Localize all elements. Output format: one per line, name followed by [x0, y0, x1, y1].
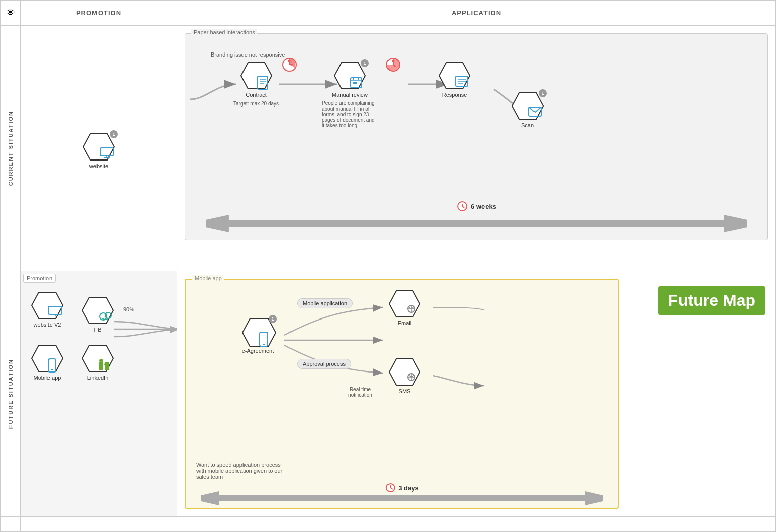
manual-review-label: Manual review — [332, 92, 368, 98]
svg-rect-1 — [100, 148, 113, 156]
manual-review-node: 1 Manual review People are complaining a… — [332, 62, 368, 98]
double-arrow-future — [201, 491, 603, 505]
website-v2-label: website V2 — [34, 322, 61, 328]
future-situation-side-label: FUTURE SITUATION — [8, 359, 14, 429]
svg-marker-35 — [724, 215, 747, 232]
svg-marker-64 — [585, 491, 603, 505]
email-label: Email — [398, 320, 412, 326]
eagreement-node: 1 e-Agreement — [241, 317, 274, 354]
double-arrow-svg — [206, 215, 747, 232]
contract-label: Contract — [246, 92, 267, 98]
svg-marker-62 — [201, 491, 219, 505]
website-node: 1 website — [82, 133, 115, 169]
contract-node: Contract Target: max 20 days — [233, 62, 279, 107]
doc2-icon — [455, 76, 469, 87]
speed-note: Want to speed application process with m… — [196, 462, 287, 480]
timer2-svg — [385, 57, 401, 73]
monitor-icon — [99, 147, 114, 158]
website-hex: 1 — [82, 133, 115, 161]
double-arrow-current — [206, 215, 747, 232]
eagreement-badge: 1 — [269, 315, 277, 323]
header-promotion: PROMOTION — [21, 1, 177, 26]
clock-icon — [457, 201, 468, 212]
fb-node: FB 90% — [81, 296, 114, 333]
timer1-svg — [281, 57, 298, 73]
header-eye-cell: 👁 — [1, 1, 21, 26]
linkedin-label: LinkedIn — [87, 375, 109, 381]
sms-node: SMS — [388, 358, 421, 394]
scan-node: 1 Scan — [511, 92, 544, 128]
response-node: Response — [438, 62, 471, 98]
time-weeks-label: 6 weeks — [471, 203, 496, 210]
manual-review-hex: 1 — [333, 62, 366, 90]
promo-current-cell: 1 website — [21, 26, 177, 271]
bottom-app — [177, 516, 775, 531]
svg-rect-63 — [219, 495, 585, 501]
svg-marker-33 — [206, 215, 229, 232]
approval-pill-label: Approval process — [297, 359, 351, 369]
scan-label: Scan — [521, 122, 534, 128]
approval-pill: Approval process — [297, 360, 351, 367]
svg-rect-34 — [229, 220, 724, 227]
response-label: Response — [442, 92, 467, 98]
manual-review-note: People are complaining about manual fill… — [322, 100, 377, 128]
svg-rect-18 — [355, 82, 357, 84]
mobile-app-pill: Mobile application — [297, 300, 353, 307]
side-label-future: FUTURE SITUATION — [1, 271, 21, 516]
time-indicator: 6 weeks — [457, 201, 496, 212]
target-note: Target: max 20 days — [233, 101, 279, 107]
timer2 — [385, 57, 401, 74]
timer1 — [281, 57, 298, 74]
main-grid: 👁 PROMOTION APPLICATION CURRENT SITUATIO… — [0, 0, 776, 532]
current-situation-side-label: CURRENT SITUATION — [8, 111, 14, 186]
bottom-promo — [21, 516, 177, 531]
linkedin-node: LinkedIn — [81, 344, 114, 381]
application-label: APPLICATION — [452, 9, 501, 17]
fb-label: FB — [94, 327, 101, 333]
svg-rect-17 — [353, 82, 355, 84]
eye-icon: 👁 — [6, 8, 15, 18]
side-label-current: CURRENT SITUATION — [1, 26, 21, 271]
app-future-cell: Future Map Mobile app — [177, 271, 775, 516]
future-arrow-svg — [201, 491, 603, 505]
header-application: APPLICATION — [177, 1, 775, 26]
scan-hex: 1 — [511, 92, 544, 120]
app-current-cell: Current situation Paper based interactio… — [177, 26, 775, 271]
mobile-app-promo-node: Mobile app — [31, 344, 64, 381]
eagreement-label: e-Agreement — [242, 348, 274, 354]
svg-rect-47 — [99, 362, 103, 370]
email-node: Email — [388, 290, 421, 326]
percent-label: 90% — [123, 306, 134, 312]
mobile-app-promo-label: Mobile app — [34, 375, 61, 381]
bottom-eye — [1, 516, 21, 531]
future-map-title: Future Map — [658, 286, 765, 315]
response-hex — [438, 62, 471, 90]
paper-box: Paper based interactions Branding issue … — [185, 33, 768, 240]
contract-hex — [240, 62, 273, 90]
document-icon — [256, 76, 269, 90]
calendar-icon — [350, 76, 363, 89]
svg-rect-37 — [48, 306, 62, 314]
website-badge: 1 — [110, 130, 118, 138]
promo-to-app-arrow — [114, 319, 180, 339]
real-time-label: Real time notification — [343, 387, 378, 398]
website-v2-node: website V2 — [31, 291, 64, 328]
promotion-label: PROMOTION — [76, 9, 121, 17]
sms-label: SMS — [399, 388, 411, 394]
svg-rect-6 — [258, 76, 268, 89]
manual-review-badge: 1 — [361, 59, 369, 67]
mobile-app-pill-label: Mobile application — [297, 298, 353, 308]
promotion-badge: Promotion — [23, 274, 56, 283]
time-days-label: 3 days — [398, 484, 418, 492]
svg-rect-48 — [99, 359, 103, 362]
website-label: website — [89, 163, 108, 169]
scan-badge: 1 — [539, 89, 547, 97]
mobile-app-box: Mobile app — [185, 279, 619, 509]
promo-future-cell: Promotion website V2 — [21, 271, 177, 516]
email-icon — [528, 106, 542, 117]
